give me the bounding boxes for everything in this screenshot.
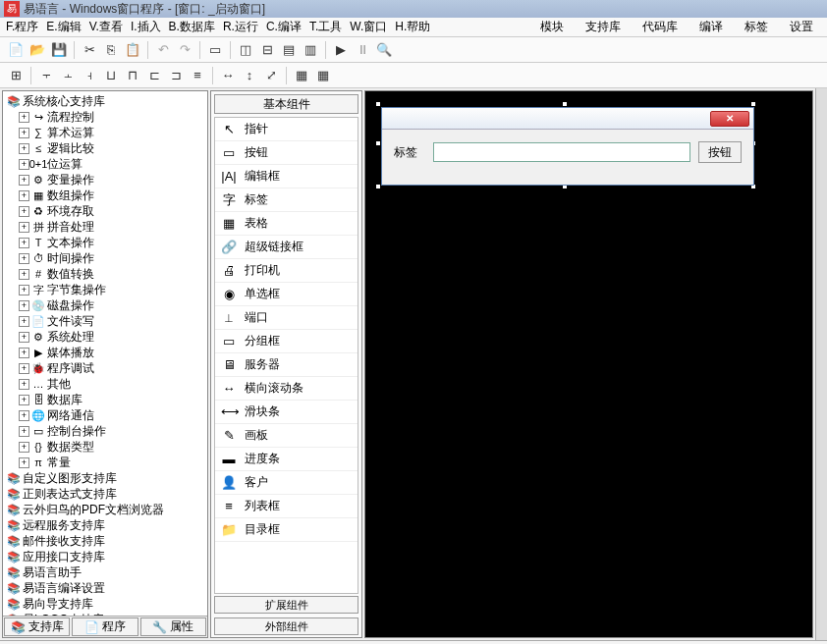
form-titlebar[interactable]: ✕ [382, 108, 753, 130]
textbox-control[interactable] [433, 142, 690, 162]
menu-item[interactable]: E.编辑 [46, 19, 81, 35]
expand-icon[interactable]: + [19, 238, 29, 248]
expand-icon[interactable]: + [19, 395, 29, 405]
tree-item[interactable]: +∑算术运算 [5, 125, 205, 140]
component-item[interactable]: ✎画板 [215, 424, 358, 448]
tree-lib-item[interactable]: 📚易语言编译设置 [5, 580, 205, 596]
al4-icon[interactable]: ⊔ [101, 66, 121, 85]
tree-item[interactable]: +↪流程控制 [5, 109, 205, 125]
redo-icon[interactable]: ↷ [175, 40, 194, 60]
tree-item[interactable]: +▦数组操作 [5, 188, 205, 203]
expand-icon[interactable]: + [19, 143, 29, 154]
copy-icon[interactable]: ⎘ [101, 40, 121, 60]
tree-item[interactable]: +🌐网络通信 [5, 407, 205, 423]
al5-icon[interactable]: ⊓ [123, 66, 142, 85]
expand-icon[interactable]: + [19, 128, 29, 138]
tree-item[interactable]: +≤逻辑比较 [5, 140, 205, 156]
al2-icon[interactable]: ⫠ [58, 66, 78, 85]
run-icon[interactable]: ▶ [331, 40, 351, 60]
component-item[interactable]: 🖨打印机 [215, 259, 358, 283]
component-item[interactable]: 👤客户 [215, 471, 358, 495]
expand-icon[interactable]: + [19, 300, 29, 311]
tree-lib-item[interactable]: 📚邮件接收支持库 [5, 533, 205, 549]
tree-item[interactable]: +拼拼音处理 [5, 219, 205, 235]
menu-item[interactable]: V.查看 [89, 19, 123, 35]
component-item[interactable]: ▬进度条 [215, 448, 358, 471]
expand-icon[interactable]: + [19, 175, 29, 186]
layout2-icon[interactable]: ⊟ [257, 40, 277, 60]
grid1-icon[interactable]: ▦ [292, 66, 311, 85]
layout4-icon[interactable]: ▥ [301, 40, 320, 60]
menu-item[interactable]: I.插入 [131, 19, 161, 35]
tree-lib-item[interactable]: 📚自定义图形支持库 [5, 470, 205, 486]
component-item[interactable]: 字标签 [215, 188, 358, 212]
tree-item[interactable]: +▭控制台操作 [5, 423, 205, 439]
pause-icon[interactable]: ⏸ [353, 40, 372, 60]
component-item[interactable]: ⟷滑块条 [215, 401, 358, 424]
align-icon[interactable]: ⊞ [6, 66, 26, 85]
tree-item[interactable]: +🗄数据库 [5, 392, 205, 407]
tree-item[interactable]: +字字节集操作 [5, 282, 205, 297]
menu-item[interactable]: T.工具 [309, 19, 342, 35]
cut-icon[interactable]: ✂ [80, 40, 99, 60]
tree-item[interactable]: +⚙系统处理 [5, 329, 205, 345]
component-item[interactable]: |A|编辑框 [215, 165, 358, 188]
tab-external[interactable]: 外部组件 [214, 617, 358, 635]
expand-icon[interactable]: + [19, 379, 29, 390]
component-item[interactable]: ≡列表框 [215, 495, 358, 518]
tree-lib-item[interactable]: 📚易语言助手 [5, 564, 205, 580]
component-item[interactable]: ↖指针 [215, 118, 358, 141]
expand-icon[interactable]: + [19, 222, 29, 233]
tree-item[interactable]: +0+1位运算 [5, 156, 205, 172]
grid2-icon[interactable]: ▦ [313, 66, 333, 85]
expand-icon[interactable]: + [19, 457, 29, 468]
expand-icon[interactable]: + [19, 253, 29, 264]
tree-item[interactable]: +{}数据类型 [5, 439, 205, 455]
tab-property[interactable]: 🔧属性 [140, 617, 206, 636]
expand-icon[interactable]: + [19, 363, 29, 374]
menu-item[interactable]: W.窗口 [350, 19, 387, 35]
tree-item[interactable]: +▶媒体播放 [5, 345, 205, 360]
tree-item[interactable]: +⏱时间操作 [5, 250, 205, 266]
tree-item[interactable]: +#数值转换 [5, 266, 205, 282]
window-icon[interactable]: ▭ [205, 40, 225, 60]
save-icon[interactable]: 💾 [49, 40, 69, 60]
expand-icon[interactable]: + [19, 206, 29, 217]
tree-item[interactable]: +♻环境存取 [5, 203, 205, 219]
expand-icon[interactable]: + [19, 442, 29, 453]
tree-item[interactable]: +π常量 [5, 455, 205, 470]
tree-root[interactable]: 📚系统核心支持库 [5, 93, 205, 109]
al3-icon[interactable]: ⫞ [80, 66, 99, 85]
tab-library[interactable]: 📚支持库 [4, 617, 70, 636]
menu-right-item[interactable]: 标签 [744, 19, 768, 35]
expand-icon[interactable]: + [19, 190, 29, 201]
tab-program[interactable]: 📄程序 [72, 617, 138, 636]
paste-icon[interactable]: 📋 [123, 40, 142, 60]
layout1-icon[interactable]: ◫ [236, 40, 255, 60]
component-item[interactable]: 🖥服务器 [215, 353, 358, 377]
menu-right-item[interactable]: 模块 [540, 19, 564, 35]
label-control[interactable]: 标签 [394, 144, 425, 161]
undo-icon[interactable]: ↶ [153, 40, 173, 60]
component-item[interactable]: ⟂端口 [215, 306, 358, 330]
expand-icon[interactable]: + [19, 316, 29, 327]
tree-lib-item[interactable]: 📚应用接口支持库 [5, 549, 205, 564]
tree-item[interactable]: +⚙变量操作 [5, 172, 205, 188]
menu-right-item[interactable]: 代码库 [642, 19, 678, 35]
find-icon[interactable]: 🔍 [374, 40, 394, 60]
al6-icon[interactable]: ⊏ [144, 66, 164, 85]
component-item[interactable]: 🔗超级链接框 [215, 236, 358, 259]
menu-right-item[interactable]: 支持库 [585, 19, 621, 35]
expand-icon[interactable]: + [19, 285, 29, 295]
menu-item[interactable]: B.数据库 [169, 19, 215, 35]
component-item[interactable]: ▭分组框 [215, 330, 358, 353]
expand-icon[interactable]: + [19, 410, 29, 421]
expand-icon[interactable]: + [19, 426, 29, 437]
button-control[interactable]: 按钮 [698, 141, 742, 163]
component-item[interactable]: ◉单选框 [215, 283, 358, 306]
new-icon[interactable]: 📄 [6, 40, 26, 60]
sz1-icon[interactable]: ↔ [218, 66, 238, 85]
tree-lib-item[interactable]: 📚云外归鸟的PDF文档浏览器 [5, 502, 205, 517]
expand-icon[interactable]: + [19, 112, 29, 123]
menu-item[interactable]: C.编译 [266, 19, 302, 35]
